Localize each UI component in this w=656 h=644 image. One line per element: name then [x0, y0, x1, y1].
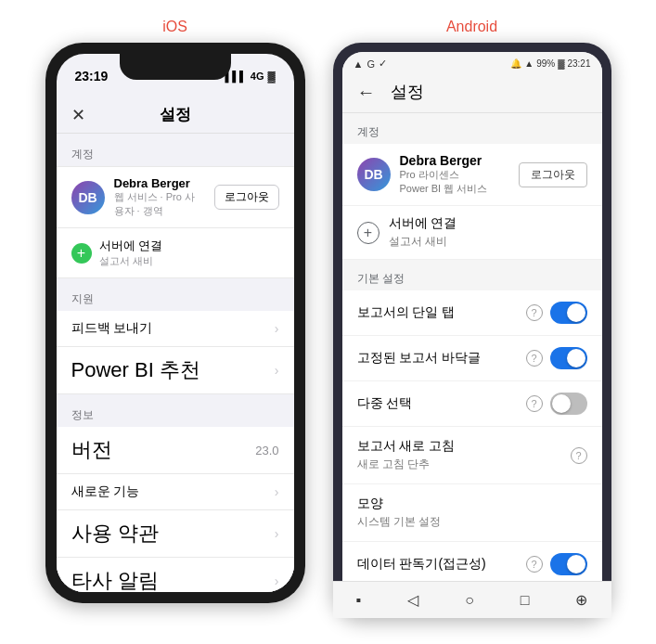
- android-fixed-footer-label: 고정된 보고서 바닥글: [357, 350, 526, 367]
- ios-account-row: DB Debra Berger 웹 서비스 · Pro 사용자 · 갱역 로그아…: [57, 166, 294, 228]
- android-account-row: DB Debra Berger Pro 라이센스 Power BI 웹 서비스 …: [342, 144, 602, 206]
- android-plus-icon: +: [357, 222, 379, 244]
- android-server-info: 서버에 연결 설고서 새비: [389, 215, 457, 250]
- android-refresh-item[interactable]: 보고서 새로 고침 새로 고침 단추 ?: [342, 427, 602, 484]
- android-refresh-sub: 새로 고침 단추: [357, 457, 571, 472]
- ios-plus-icon: +: [71, 243, 92, 264]
- android-status-bar: ▲ G ✓ 🔔 ▲ 99% ▓ 23:21: [342, 52, 602, 73]
- android-multi-select-item[interactable]: 다중 선택 ?: [342, 381, 602, 427]
- ios-version-item: 버전 23.0: [57, 427, 294, 474]
- ios-account-section-header: 계정: [57, 134, 294, 166]
- ios-header-title: 설정: [160, 104, 191, 125]
- android-nav-overview-icon[interactable]: □: [521, 592, 530, 597]
- android-fixed-footer-toggle[interactable]: [550, 347, 587, 369]
- ios-powerbi-item[interactable]: Power BI 추천 ›: [57, 347, 294, 394]
- android-nav-bar: ▪ ◁ ○ □ ⊕: [342, 581, 602, 596]
- android-refresh-title: 보고서 새로 고침: [357, 438, 571, 455]
- ios-alerts-chevron: ›: [275, 573, 279, 588]
- android-battery-label: 99%: [536, 58, 555, 69]
- android-label: Android: [333, 19, 611, 35]
- android-nav-home-icon[interactable]: ○: [465, 592, 474, 597]
- android-account-section-header: 계정: [342, 113, 602, 144]
- android-single-tab-help[interactable]: ?: [526, 304, 543, 321]
- android-nav-app-icon[interactable]: ⊕: [575, 591, 587, 596]
- ios-signal-icon: ▌▌▌: [225, 71, 246, 82]
- android-account-info: Debra Berger Pro 라이센스 Power BI 웹 서비스: [400, 153, 509, 196]
- ios-new-features-label: 새로운 기능: [71, 483, 140, 500]
- ios-logout-button[interactable]: 로그아웃: [214, 185, 279, 210]
- ios-powerbi-label: Power BI 추천: [71, 356, 200, 384]
- ios-server-row[interactable]: + 서버에 연결 설고서 새비: [57, 228, 294, 278]
- android-content: 계정 DB Debra Berger Pro 라이센스 Power BI 웹 서…: [342, 113, 602, 596]
- android-shape-item[interactable]: 모양 시스템 기본 설정: [342, 484, 602, 542]
- android-databar-help[interactable]: ?: [526, 556, 543, 573]
- android-nav-back-icon[interactable]: ◁: [407, 591, 418, 596]
- ios-notch: [120, 54, 231, 80]
- ios-network-icon: 4G: [251, 71, 264, 82]
- android-battery-icon: ▓: [558, 58, 564, 69]
- android-carrier-icon: G: [367, 58, 375, 70]
- ios-feedback-label: 피드백 보내기: [71, 320, 153, 337]
- android-column: Android ▲ G ✓ 🔔 ▲ 99% ▓ 23:21: [333, 19, 611, 618]
- android-status-left: ▲ G ✓: [354, 58, 387, 70]
- ios-status-icons: ▌▌▌ 4G ▓: [225, 71, 275, 82]
- android-back-button[interactable]: ←: [357, 82, 376, 103]
- android-noti-icon: 🔔: [510, 58, 521, 69]
- android-network-icon: ▲: [354, 58, 364, 70]
- android-multi-select-help[interactable]: ?: [526, 395, 543, 412]
- ios-phone: 23:19 ▌▌▌ 4G ▓ ✕ 설정 계정 DB: [45, 43, 305, 603]
- android-header-title: 설정: [391, 81, 424, 103]
- ios-server-title: 서버에 연결: [99, 238, 163, 254]
- ios-terms-chevron: ›: [275, 526, 279, 541]
- ios-label: iOS: [45, 19, 305, 35]
- android-basic-settings-header: 기본 설정: [342, 260, 602, 290]
- ios-feedback-chevron: ›: [275, 321, 279, 336]
- ios-time: 23:19: [75, 69, 109, 84]
- ios-account-sub: 웹 서비스 · Pro 사용자 · 갱역: [114, 190, 205, 218]
- android-wifi-icon: ▲: [524, 58, 534, 69]
- android-account-role: Pro 라이센스: [400, 168, 509, 182]
- ios-server-info: 서버에 연결 설고서 새비: [99, 238, 163, 268]
- ios-feedback-item[interactable]: 피드백 보내기 ›: [57, 311, 294, 347]
- android-fixed-footer-item[interactable]: 고정된 보고서 바닥글 ?: [342, 336, 602, 381]
- android-refresh-help[interactable]: ?: [571, 447, 587, 464]
- android-logout-button[interactable]: 로그아웃: [519, 162, 587, 187]
- android-server-row[interactable]: + 서버에 연결 설고서 새비: [342, 206, 602, 260]
- ios-battery-icon: ▓: [267, 71, 275, 82]
- main-container: iOS 23:19 ▌▌▌ 4G ▓ ✕ 설정: [19, 19, 637, 618]
- android-account-name: Debra Berger: [400, 153, 509, 168]
- ios-header: ✕ 설정: [57, 95, 294, 134]
- ios-avatar: DB: [71, 181, 105, 214]
- ios-new-features-item[interactable]: 새로운 기능 ›: [57, 474, 294, 510]
- ios-version-value: 23.0: [255, 444, 278, 457]
- ios-column: iOS 23:19 ▌▌▌ 4G ▓ ✕ 설정: [45, 19, 305, 603]
- ios-terms-item[interactable]: 사용 약관 ›: [57, 510, 294, 558]
- android-multi-select-toggle[interactable]: [550, 393, 587, 415]
- android-fixed-footer-help[interactable]: ?: [526, 350, 543, 367]
- ios-terms-label: 사용 약관: [71, 520, 159, 547]
- ios-account-name: Debra Berger: [114, 176, 205, 190]
- ios-powerbi-chevron: ›: [275, 363, 279, 378]
- android-avatar: DB: [357, 158, 391, 191]
- android-phone: ▲ G ✓ 🔔 ▲ 99% ▓ 23:21 ← 설정: [333, 43, 611, 618]
- ios-info-section-header: 정보: [57, 394, 294, 427]
- android-screen: ▲ G ✓ 🔔 ▲ 99% ▓ 23:21 ← 설정: [342, 52, 602, 609]
- android-server-title: 서버에 연결: [389, 215, 457, 232]
- android-databar-toggle[interactable]: [550, 553, 587, 575]
- android-check-icon: ✓: [379, 58, 387, 70]
- android-single-tab-item[interactable]: 보고서의 단일 탭 ?: [342, 290, 602, 336]
- android-account-sub: Power BI 웹 서비스: [400, 182, 509, 196]
- android-databar-title: 데이터 판독기(접근성): [357, 556, 526, 573]
- android-single-tab-label: 보고서의 단일 탭: [357, 304, 526, 321]
- android-single-tab-toggle[interactable]: [550, 302, 587, 324]
- ios-account-info: Debra Berger 웹 서비스 · Pro 사용자 · 갱역: [114, 176, 205, 218]
- android-nav-square-icon[interactable]: ▪: [355, 592, 361, 597]
- android-server-sub: 설고서 새비: [389, 234, 457, 250]
- android-time: 23:21: [567, 58, 590, 69]
- ios-close-button[interactable]: ✕: [71, 105, 85, 125]
- ios-alerts-item[interactable]: 타사 알림 ›: [57, 558, 294, 592]
- android-shape-title: 모양: [357, 496, 587, 512]
- ios-content: 계정 DB Debra Berger 웹 서비스 · Pro 사용자 · 갱역 …: [57, 134, 294, 592]
- android-multi-select-label: 다중 선택: [357, 395, 526, 412]
- ios-version-label: 버전: [71, 436, 112, 464]
